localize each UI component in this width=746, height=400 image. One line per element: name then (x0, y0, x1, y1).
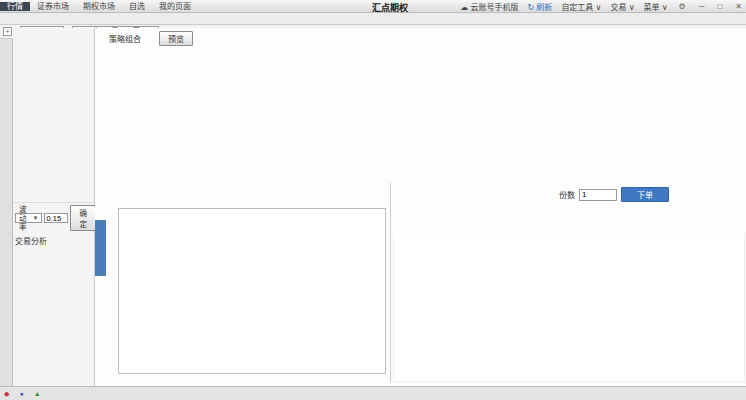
tab-profit-chart[interactable] (95, 220, 106, 276)
volatility-select[interactable]: 波动率 ▼ (15, 213, 42, 223)
window-tabs: 行情证券市场期权市场自选我的页面 (0, 0, 198, 13)
main-header: 策略组合 预览 (109, 31, 193, 46)
tab-4[interactable]: 我的页面 (152, 2, 198, 11)
volatility-apply-button[interactable]: 确定 (70, 205, 96, 231)
settings-icon[interactable]: ⚙ (677, 2, 688, 11)
analysis-title: 交易分析 (15, 236, 92, 247)
minimize-icon[interactable]: ─ (697, 2, 707, 11)
preview-button[interactable]: 预览 (159, 31, 193, 46)
place-order-button[interactable]: 下单 (621, 187, 669, 202)
tab-3[interactable]: 自选 (122, 2, 152, 11)
tab-2[interactable]: 期权市场 (76, 2, 122, 11)
user-icon[interactable]: ▲ (34, 390, 41, 397)
positions-panel: 份数 下单 (390, 183, 746, 383)
status-bar: ◆ ● ▲ (0, 386, 746, 400)
order-row: 份数 下单 (559, 187, 669, 202)
top-button-0[interactable]: ☁ 云账号手机版 (460, 1, 518, 12)
left-nav-strip (0, 39, 13, 386)
maximize-icon[interactable]: □ (715, 2, 724, 11)
qty-label: 份数 (559, 189, 575, 200)
top-button-3[interactable]: 交易 ∨ (610, 1, 634, 12)
volatility-label: 波动率 (19, 205, 27, 232)
chart-icon[interactable]: ● (19, 390, 23, 397)
sidebar-tabs (13, 28, 94, 41)
tab-probability-chart[interactable] (95, 324, 106, 376)
main-panel: 策略组合 预览 份数 下单 (95, 28, 746, 386)
main-menu (0, 13, 746, 25)
top-button-1[interactable]: ↻ 刷新 (527, 1, 552, 12)
volatility-row: 波动率 ▼ 确定 (13, 203, 94, 233)
strategy-sidebar: 波动率 ▼ 确定 交易分析 (13, 28, 95, 386)
strategy-list (13, 41, 94, 203)
strategy-combo-label: 策略组合 (109, 33, 141, 44)
qty-input[interactable] (579, 189, 617, 201)
tab-0[interactable]: 行情 (0, 2, 30, 11)
chart-y-axis (106, 208, 118, 374)
volatility-input[interactable] (44, 213, 68, 223)
close-icon[interactable]: ✕ (733, 2, 744, 11)
positions-empty-area (393, 234, 745, 382)
trade-analysis: 交易分析 (13, 233, 94, 254)
payoff-chart (118, 208, 386, 374)
expand-box-icon[interactable]: + (3, 27, 12, 36)
chart-x-axis (118, 376, 386, 386)
phone-icon[interactable]: ◆ (4, 390, 9, 398)
top-button-4[interactable]: 菜单 ∨ (644, 1, 668, 12)
tab-1[interactable]: 证券市场 (30, 2, 76, 11)
chevron-down-icon: ▼ (33, 214, 39, 223)
window-buttons: ☁ 云账号手机版↻ 刷新自定工具 ∨交易 ∨菜单 ∨⚙─□✕ (460, 0, 744, 13)
top-button-2[interactable]: 自定工具 ∨ (561, 1, 601, 12)
